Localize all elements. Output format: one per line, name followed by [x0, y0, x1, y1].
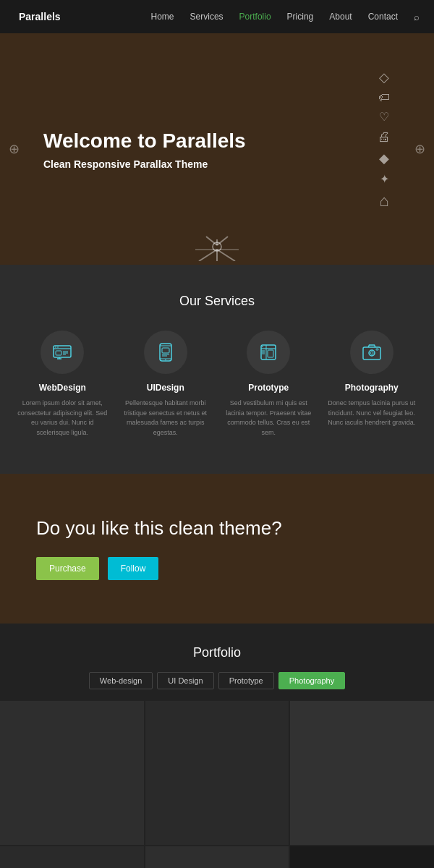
services-grid: WebDesign Lorem ipsum dolor sit amet, co… [14, 331, 420, 438]
tab-web-design[interactable]: Web-design [89, 672, 153, 689]
purchase-button[interactable]: Purchase [36, 557, 99, 580]
service-prototype: Prototype Sed vestibulum mi quis est lac… [221, 331, 317, 438]
nav-pricing[interactable]: Pricing [287, 12, 314, 22]
svg-rect-12 [56, 351, 61, 355]
nav-services[interactable]: Services [190, 12, 224, 22]
svg-point-35 [370, 352, 373, 354]
service-uidesign: UIDesign Pellentesque habitant morbi tri… [118, 331, 214, 438]
nav-contact[interactable]: Contact [368, 12, 398, 22]
webdesign-icon [41, 331, 84, 374]
diamond-icon: ◇ [379, 69, 389, 85]
portfolio-tabs: Web-design UI Design Prototype Photograp… [0, 672, 434, 689]
service-webdesign: WebDesign Lorem ipsum dolor sit amet, co… [14, 331, 111, 438]
svg-rect-18 [160, 344, 171, 361]
hero-title: Welcome to Parallels [43, 128, 391, 154]
svg-point-21 [165, 359, 166, 361]
tab-photography[interactable]: Photography [278, 672, 345, 689]
portfolio-item-featured[interactable]: Clean night sky photography 53 230 [290, 846, 434, 868]
portfolio-item-1[interactable] [0, 701, 144, 845]
nav-about[interactable]: About [329, 12, 352, 22]
hero-subtitle: Clean Responsive Parallax Theme [43, 158, 391, 170]
svg-line-5 [217, 237, 228, 245]
portfolio-item-3[interactable] [290, 701, 434, 845]
svg-point-11 [57, 346, 59, 348]
printer-icon: 🖨 [378, 129, 391, 145]
service-photography: Photography Donec tempus lacinia purus u… [324, 331, 420, 438]
nav-home[interactable]: Home [151, 12, 174, 22]
portfolio-item-4[interactable] [0, 846, 144, 868]
uidesign-name: UIDesign [147, 383, 184, 393]
photography-desc: Donec tempus lacinia purus ut tincidunt.… [324, 399, 420, 428]
prototype-desc: Sed vestibulum mi quis est lacinia tempo… [221, 399, 317, 438]
prototype-name: Prototype [248, 383, 289, 393]
svg-rect-28 [268, 350, 273, 357]
svg-point-10 [55, 346, 56, 348]
hero-sun-decor [192, 229, 242, 265]
hero-next-arrow[interactable]: ⊕ [414, 141, 425, 157]
portfolio-grid: Clean night sky photography 53 230 [0, 701, 434, 868]
tag-icon: 🏷 [378, 91, 390, 104]
svg-rect-36 [376, 349, 378, 350]
svg-line-4 [206, 237, 217, 245]
portfolio-item-2[interactable] [145, 701, 289, 845]
nav-links: Home Services Portfolio Pricing About Co… [151, 12, 420, 22]
portfolio-section: Portfolio Web-design UI Design Prototype… [0, 624, 434, 868]
cta-buttons: Purchase Follow [36, 557, 158, 580]
services-heading: Our Services [14, 294, 420, 309]
badge-icon: ✦ [380, 172, 389, 186]
hero-prev-arrow[interactable]: ⊕ [9, 141, 20, 157]
portfolio-item-5[interactable] [145, 846, 289, 868]
uidesign-icon [144, 331, 187, 374]
photography-icon [350, 331, 393, 374]
hero-icons: ◇ 🏷 ♡ 🖨 ◆ ✦ ⌂ [378, 69, 391, 210]
photography-name: Photography [345, 383, 399, 393]
svg-rect-33 [363, 347, 380, 359]
search-icon[interactable]: ⌕ [414, 12, 420, 22]
heart-icon: ♡ [379, 110, 389, 124]
grid-icon: ⌂ [379, 192, 388, 210]
navbar: Parallels Home Services Portfolio Pricin… [0, 0, 434, 33]
hero-text: Welcome to Parallels Clean Responsive Pa… [43, 128, 391, 170]
cta-heading: Do you like this clean theme? [36, 517, 282, 540]
services-section: Our Services WebDesign Lorem ipsu [0, 265, 434, 474]
uidesign-desc: Pellentesque habitant morbi tristique se… [118, 399, 214, 438]
tab-ui-design[interactable]: UI Design [157, 672, 213, 689]
hero-section: ⊕ Welcome to Parallels Clean Responsive … [0, 33, 434, 265]
nav-portfolio[interactable]: Portfolio [239, 12, 271, 22]
tab-prototype[interactable]: Prototype [218, 672, 274, 689]
portfolio-heading: Portfolio [0, 645, 434, 660]
svg-line-0 [199, 250, 217, 261]
svg-point-34 [369, 350, 375, 356]
rhombus-icon: ◆ [379, 150, 389, 166]
webdesign-desc: Lorem ipsum dolor sit amet, consectetur … [14, 399, 111, 438]
logo-text: Parallels [19, 11, 61, 22]
svg-rect-22 [162, 348, 169, 353]
webdesign-name: WebDesign [39, 383, 86, 393]
cta-section: Do you like this clean theme? Purchase F… [0, 474, 434, 624]
svg-line-2 [217, 250, 235, 261]
logo[interactable]: Parallels [14, 11, 61, 22]
follow-button[interactable]: Follow [108, 557, 159, 580]
prototype-icon [247, 331, 290, 374]
